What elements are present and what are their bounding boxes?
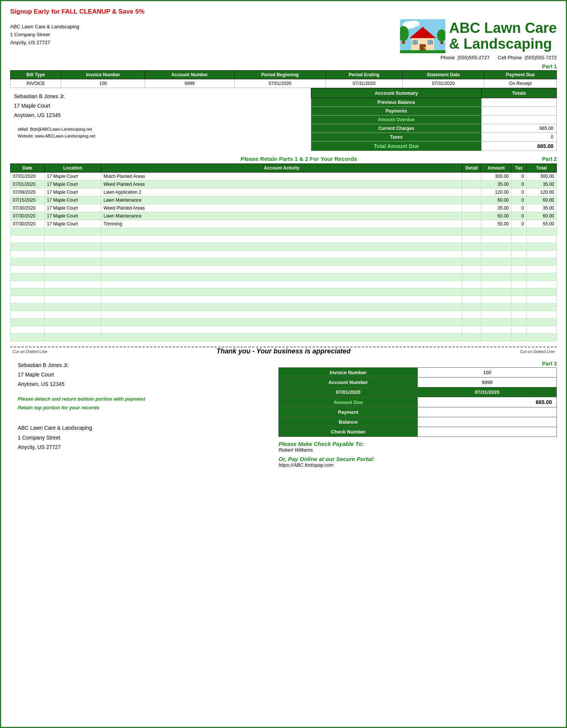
mid-section: Sebastian B Jones Jr. 17 Maple Court Any… (10, 88, 557, 151)
bottom-customer-addr1: 17 Maple Court (18, 370, 267, 379)
empty-cell (45, 236, 101, 243)
empty-cell (101, 281, 462, 288)
bill-type-header: Bill Type (11, 71, 61, 79)
total-cell: 60.00 (527, 212, 557, 220)
empty-cell (45, 304, 101, 311)
phone-label: Phone (440, 55, 455, 60)
return-company-name: ABC Lawn Care & Landscaping (18, 423, 267, 433)
website-row: Website: www.ABCLawn-Landscaping.net (18, 133, 307, 140)
empty-cell (11, 236, 45, 243)
phone-row: Phone (555)555-2727 Cell Phone (555)555-… (440, 55, 557, 60)
empty-cell (101, 319, 462, 326)
company-name: ABC Lawn Care & Landscaping (10, 23, 79, 31)
empty-cell (481, 334, 511, 341)
empty-cell (11, 288, 45, 296)
empty-cell (45, 288, 101, 296)
location-cell: 17 Maple Court (45, 180, 101, 188)
tax-cell: 0 (511, 204, 527, 212)
empty-cell (11, 258, 45, 266)
empty-cell (45, 251, 101, 258)
location-cell: 17 Maple Court (45, 212, 101, 220)
empty-cell (462, 258, 481, 266)
pt-account-row: Account Number 9999 (279, 378, 557, 387)
pt-period-start: 07/01/2020 (279, 387, 418, 397)
pt-payment-row: Payment (279, 407, 557, 417)
pt-amount-due-value: 665.00 (418, 397, 557, 407)
empty-cell (511, 266, 527, 273)
customer-addr1: 17 Maple Court (14, 101, 307, 111)
payments-value (482, 107, 557, 116)
activity-cell: Weed Planted Areas (101, 204, 462, 212)
empty-cell (481, 326, 511, 334)
empty-cell (11, 304, 45, 311)
empty-cell (11, 266, 45, 273)
tax-cell: 0 (511, 196, 527, 204)
activity-cell: Lawn Maintenance (101, 196, 462, 204)
empty-cell (527, 273, 557, 281)
bill-info-table: Bill Type Invoice Number Account Number … (10, 70, 557, 88)
empty-cell (481, 273, 511, 281)
empty-cell (481, 288, 511, 296)
empty-cell (101, 311, 462, 319)
amount-header: Amount (481, 164, 511, 173)
empty-cell (481, 266, 511, 273)
return-addr2: Anycity, US 27727 (18, 443, 267, 452)
logo-area: ABC Lawn Care & Landscaping Phone (555)5… (400, 19, 557, 60)
empty-cell (45, 334, 101, 341)
period-beginning-value: 07/01/2020 (234, 79, 326, 88)
amount-cell: 55.00 (481, 220, 511, 228)
total-due-value: 665.00 (482, 142, 557, 151)
summary-table: Account Summary Totals Previous Balance … (311, 88, 557, 151)
empty-cell (101, 288, 462, 296)
empty-cell (11, 243, 45, 251)
current-charges-row: Current Charges 665.00 (311, 124, 556, 133)
detail-cell (462, 180, 481, 188)
phone-number: (555)555-2727 (457, 55, 490, 60)
pt-account-value: 9999 (418, 378, 557, 387)
total-cell: 55.00 (527, 220, 557, 228)
date-cell: 07/30/2020 (11, 212, 45, 220)
detach-line2: Retain top portion for your records (18, 403, 267, 412)
part3-label: Part 3 (278, 361, 557, 367)
empty-cell (11, 228, 45, 236)
empty-cell (481, 304, 511, 311)
detail-cell (462, 196, 481, 204)
activity-table: Date Location Account Activity Detail Am… (10, 163, 557, 341)
location-cell: 17 Maple Court (45, 188, 101, 196)
cell-number: (555)555-7272 (525, 55, 557, 60)
empty-cell (462, 251, 481, 258)
period-ending-header: Period Ending (326, 71, 402, 79)
pt-payment-label: Payment (279, 407, 418, 417)
empty-cell (527, 311, 557, 319)
empty-cell (45, 243, 101, 251)
amount-cell: 60.00 (481, 212, 511, 220)
pt-account-label: Account Number (279, 378, 418, 387)
empty-cell (527, 243, 557, 251)
tax-cell: 0 (511, 180, 527, 188)
bill-data-row: INVOICE 100 9999 07/01/2020 07/31/2020 0… (11, 79, 557, 88)
activity-cell: Mulch Planted Areas (101, 173, 462, 180)
total-header: Total (527, 164, 557, 173)
amount-overdue-label: Amount Overdue (311, 116, 482, 124)
pt-amount-due-row: Amount Due 665.00 (279, 397, 557, 407)
detail-cell (462, 173, 481, 180)
total-due-row: Total Amount Due 665.00 (311, 142, 556, 151)
tax-cell: 0 (511, 220, 527, 228)
account-number-value: 9999 (145, 79, 234, 88)
payments-row: Payments (311, 107, 556, 116)
svg-rect-17 (400, 50, 445, 53)
account-number-header: Account Number (145, 71, 234, 79)
empty-cell (511, 296, 527, 304)
retain-text: Please Retain Parts 1 & 2 For Your Recor… (241, 156, 357, 162)
svg-point-8 (424, 47, 425, 49)
total-cell: 35.00 (527, 204, 557, 212)
empty-cell (11, 326, 45, 334)
svg-point-2 (409, 21, 420, 27)
empty-cell (45, 273, 101, 281)
empty-cell (45, 326, 101, 334)
statement-date-header: Statement Date (402, 71, 484, 79)
current-charges-label: Current Charges (311, 124, 482, 133)
empty-cell (511, 281, 527, 288)
empty-cell (45, 319, 101, 326)
return-addr1: 1 Company Street (18, 433, 267, 443)
